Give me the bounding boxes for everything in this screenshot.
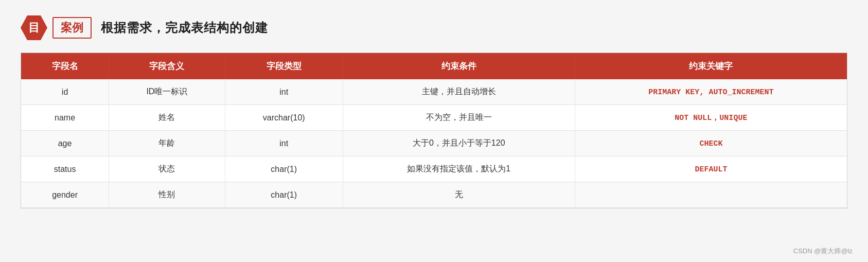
cell-field-type: char(1): [225, 156, 343, 182]
cell-field-name: name: [21, 105, 109, 131]
col-header-constraint: 约束条件: [343, 53, 575, 79]
cell-constraint: 大于0，并且小于等于120: [343, 131, 575, 156]
cell-field-meaning: 姓名: [109, 105, 225, 131]
cell-keyword: DEFAULT: [575, 156, 847, 182]
data-table: 字段名 字段含义 字段类型 约束条件 约束关键字 idID唯一标识int主键，并…: [21, 53, 847, 208]
page-title: 根据需求，完成表结构的创建: [101, 20, 268, 36]
table-body: idID唯一标识int主键，并且自动增长PRIMARY KEY, AUTO_IN…: [21, 79, 847, 208]
cell-field-type: varchar(10): [225, 105, 343, 131]
table-row: name姓名varchar(10)不为空，并且唯一NOT NULL，UNIQUE: [21, 105, 847, 131]
col-header-keyword: 约束关键字: [575, 53, 847, 79]
keyword-value: NOT NULL，UNIQUE: [675, 114, 747, 123]
cell-keyword: [575, 182, 847, 208]
cell-field-meaning: 状态: [109, 156, 225, 182]
cell-field-type: int: [225, 131, 343, 156]
cell-keyword: CHECK: [575, 131, 847, 156]
watermark: CSDN @黄大师@lz: [793, 247, 853, 256]
main-table-container: 字段名 字段含义 字段类型 约束条件 约束关键字 idID唯一标识int主键，并…: [21, 53, 847, 208]
cell-field-meaning: 性别: [109, 182, 225, 208]
cell-field-type: int: [225, 79, 343, 105]
cell-constraint: 无: [343, 182, 575, 208]
keyword-value: DEFAULT: [695, 165, 727, 174]
table-row: age年龄int大于0，并且小于等于120CHECK: [21, 131, 847, 156]
header-row: 字段名 字段含义 字段类型 约束条件 约束关键字: [21, 53, 847, 79]
table-row: status状态char(1)如果没有指定该值，默认为1DEFAULT: [21, 156, 847, 182]
badge-icon-char: 目: [28, 20, 40, 36]
title-row: 目 案例 根据需求，完成表结构的创建: [21, 15, 268, 40]
cell-constraint: 主键，并且自动增长: [343, 79, 575, 105]
cell-constraint: 如果没有指定该值，默认为1: [343, 156, 575, 182]
icon-badge: 目: [21, 15, 47, 40]
cell-keyword: NOT NULL，UNIQUE: [575, 105, 847, 131]
cell-field-name: status: [21, 156, 109, 182]
cell-field-meaning: 年龄: [109, 131, 225, 156]
cell-field-name: gender: [21, 182, 109, 208]
keyword-value: CHECK: [699, 139, 722, 148]
col-header-field-meaning: 字段含义: [109, 53, 225, 79]
badge-label: 案例: [52, 17, 92, 39]
table-row: gender性别char(1)无: [21, 182, 847, 208]
table-header: 字段名 字段含义 字段类型 约束条件 约束关键字: [21, 53, 847, 79]
cell-field-name: age: [21, 131, 109, 156]
cell-field-name: id: [21, 79, 109, 105]
cell-constraint: 不为空，并且唯一: [343, 105, 575, 131]
cell-field-meaning: ID唯一标识: [109, 79, 225, 105]
cell-field-type: char(1): [225, 182, 343, 208]
table-row: idID唯一标识int主键，并且自动增长PRIMARY KEY, AUTO_IN…: [21, 79, 847, 105]
cell-keyword: PRIMARY KEY, AUTO_INCREMENT: [575, 79, 847, 105]
col-header-field-name: 字段名: [21, 53, 109, 79]
keyword-value: PRIMARY KEY, AUTO_INCREMENT: [648, 88, 773, 97]
col-header-field-type: 字段类型: [225, 53, 343, 79]
